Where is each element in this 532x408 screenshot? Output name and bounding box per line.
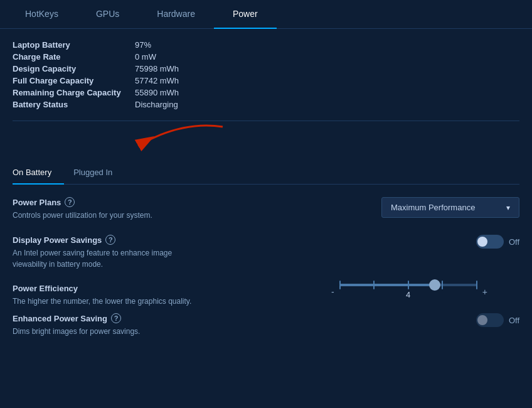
slider-tick-5 (476, 281, 477, 289)
power-efficiency-right: - (331, 284, 519, 299)
display-power-savings-left: Display Power Savings ? An Intel power s… (13, 235, 276, 270)
power-efficiency-slider-track[interactable] (339, 284, 477, 286)
laptop-battery-value: 97% (135, 40, 260, 50)
dropdown-chevron-icon: ▾ (506, 203, 510, 212)
tab-hotkeys[interactable]: HotKeys (6, 0, 77, 29)
power-efficiency-slider-container: - (331, 284, 519, 299)
power-plans-dropdown[interactable]: Maximum Performance ▾ (381, 197, 519, 218)
power-efficiency-value: 4 (406, 290, 410, 299)
slider-track-wrapper: 4 (339, 284, 477, 299)
tab-gpus[interactable]: GPUs (77, 0, 138, 29)
enhanced-power-saving-title-area: Enhanced Power Saving ? (13, 313, 276, 323)
full-charge-value: 57742 mWh (135, 76, 260, 85)
enhanced-power-saving-toggle-container: Off (476, 313, 519, 327)
display-power-savings-desc: An Intel power saving feature to enhance… (13, 247, 276, 270)
power-plans-help-icon[interactable]: ? (65, 197, 75, 207)
display-power-savings-help-icon[interactable]: ? (105, 235, 115, 245)
sub-tabs: On Battery Plugged In (13, 161, 519, 185)
arrow-annotation (13, 130, 519, 161)
enhanced-power-saving-right: Off (476, 313, 519, 327)
enhanced-power-saving-row: Enhanced Power Saving ? Dims bright imag… (13, 313, 519, 337)
slider-tick-4 (442, 281, 443, 289)
display-power-savings-toggle-label: Off (509, 237, 519, 247)
display-power-savings-title-area: Display Power Savings ? (13, 235, 276, 245)
slider-min-label: - (331, 287, 334, 297)
power-efficiency-title-area: Power Efficiency (13, 284, 276, 293)
power-plans-title-area: Power Plans ? (13, 197, 276, 207)
main-content: Laptop Battery 97% Charge Rate 0 mW Desi… (0, 29, 532, 408)
slider-thumb[interactable] (429, 279, 440, 291)
power-efficiency-row: Power Efficiency The higher the number, … (13, 284, 519, 307)
enhanced-power-saving-toggle[interactable] (476, 313, 504, 327)
display-power-savings-right: Off (476, 235, 519, 249)
battery-status-label: Battery Status (13, 100, 135, 109)
nav-tabs: HotKeys GPUs Hardware Power (0, 0, 532, 29)
display-power-savings-row: Display Power Savings ? An Intel power s… (13, 235, 519, 270)
divider-1 (13, 121, 519, 121)
tab-hardware[interactable]: Hardware (138, 0, 214, 29)
power-plans-title: Power Plans (13, 198, 61, 207)
laptop-battery-label: Laptop Battery (13, 40, 135, 50)
sub-tab-plugged-in[interactable]: Plugged In (70, 161, 125, 185)
enhanced-power-saving-left: Enhanced Power Saving ? Dims bright imag… (13, 313, 276, 337)
enhanced-power-saving-help-icon[interactable]: ? (111, 313, 121, 323)
enhanced-power-saving-title: Enhanced Power Saving (13, 314, 107, 323)
enhanced-power-saving-toggle-label: Off (509, 316, 519, 325)
battery-status-value: Discharging (135, 100, 260, 109)
remaining-charge-value: 55890 mWh (135, 88, 260, 97)
power-efficiency-title: Power Efficiency (13, 284, 78, 293)
power-efficiency-desc: The higher the number, the lower the gra… (13, 296, 276, 307)
design-capacity-label: Design Capacity (13, 64, 135, 73)
tab-power[interactable]: Power (214, 0, 277, 29)
power-plans-left: Power Plans ? Controls power utilization… (13, 197, 276, 221)
design-capacity-value: 75998 mWh (135, 64, 260, 73)
power-plans-selected: Maximum Performance (391, 203, 475, 212)
charge-rate-value: 0 mW (135, 52, 260, 62)
remaining-charge-label: Remaining Charge Capacity (13, 88, 135, 97)
charge-rate-label: Charge Rate (13, 52, 135, 62)
display-power-savings-toggle[interactable] (476, 235, 504, 249)
toggle-thumb (477, 237, 487, 247)
power-plans-desc: Controls power utilization for your syst… (13, 210, 276, 221)
sub-tab-on-battery[interactable]: On Battery (13, 161, 64, 185)
enhanced-toggle-thumb (477, 315, 487, 325)
full-charge-label: Full Charge Capacity (13, 76, 135, 85)
app-container: HotKeys GPUs Hardware Power Laptop Batte… (0, 0, 532, 408)
display-power-savings-toggle-container: Off (476, 235, 519, 249)
slider-max-label: + (482, 287, 487, 297)
battery-info-section: Laptop Battery 97% Charge Rate 0 mW Desi… (13, 40, 519, 109)
enhanced-power-saving-desc: Dims bright images for power savings. (13, 326, 276, 337)
power-efficiency-left: Power Efficiency The higher the number, … (13, 284, 276, 307)
slider-fill (339, 284, 434, 286)
power-plans-right: Maximum Performance ▾ (381, 197, 519, 218)
display-power-savings-title: Display Power Savings (13, 235, 102, 245)
power-plans-row: Power Plans ? Controls power utilization… (13, 197, 519, 221)
arrow-icon (107, 117, 232, 155)
